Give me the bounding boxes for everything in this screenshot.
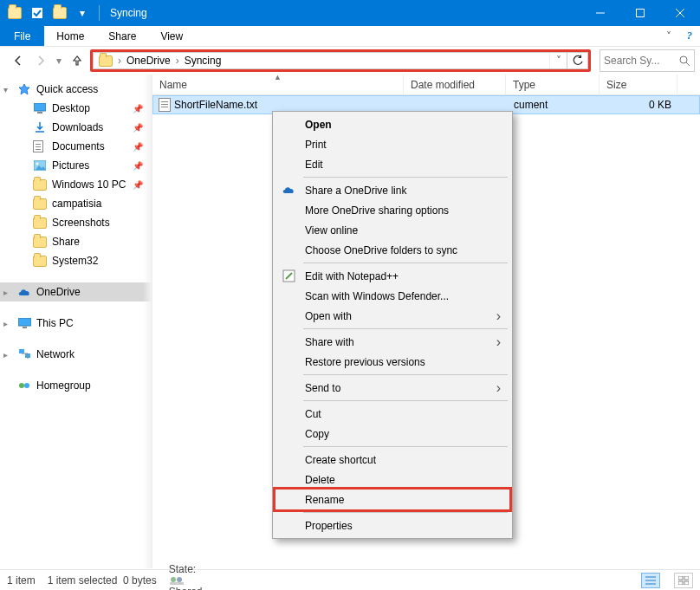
- minimize-button[interactable]: [580, 0, 620, 26]
- crumb-onedrive[interactable]: OneDrive: [123, 53, 174, 68]
- sidebar-win10[interactable]: Windows 10 PC 1 📌: [0, 175, 152, 194]
- ribbon: File Home Share View ˅ ?: [0, 26, 700, 47]
- file-size: 0 KB: [600, 99, 671, 111]
- menu-notepadpp[interactable]: Edit with Notepad++: [275, 266, 509, 286]
- chevron-right-icon[interactable]: ›: [116, 55, 123, 67]
- menu-view-online[interactable]: View online: [275, 220, 509, 240]
- recent-dropdown-icon[interactable]: ▾: [54, 51, 64, 70]
- status-selected-count: 1 item selected 0 bytes: [48, 574, 157, 587]
- onedrive-icon: [281, 183, 296, 198]
- svg-rect-29: [678, 581, 683, 585]
- qat-dropdown-icon[interactable]: ▾: [73, 3, 92, 23]
- help-icon[interactable]: ?: [679, 26, 700, 46]
- menu-separator: [303, 263, 508, 263]
- folder-icon[interactable]: [5, 3, 24, 23]
- menu-rename[interactable]: Rename: [275, 490, 509, 509]
- up-button[interactable]: [68, 51, 87, 70]
- refresh-button[interactable]: [567, 52, 588, 69]
- svg-rect-12: [18, 318, 31, 326]
- close-button[interactable]: [660, 0, 700, 26]
- menu-restore-versions[interactable]: Restore previous versions: [275, 352, 509, 372]
- svg-rect-13: [23, 327, 27, 328]
- menu-delete[interactable]: Delete: [275, 470, 509, 490]
- svg-point-19: [24, 383, 29, 388]
- tab-home[interactable]: Home: [44, 26, 96, 46]
- address-folder-icon[interactable]: [95, 53, 116, 68]
- sidebar-documents[interactable]: Documents 📌: [0, 137, 152, 156]
- chevron-down-icon[interactable]: ▾: [3, 85, 8, 94]
- sidebar-quick-access[interactable]: ▾ Quick access: [0, 80, 152, 99]
- svg-rect-0: [32, 8, 42, 18]
- chevron-right-icon[interactable]: ▸: [3, 319, 8, 328]
- menu-share-onedrive-link[interactable]: Share a OneDrive link: [275, 180, 509, 200]
- thispc-icon: [17, 316, 31, 330]
- col-date[interactable]: Date modified: [404, 75, 506, 94]
- menu-copy[interactable]: Copy: [275, 424, 509, 444]
- sidebar-label: campatisia: [52, 198, 101, 210]
- sidebar-screenshots[interactable]: Screenshots: [0, 213, 152, 232]
- crumb-syncing[interactable]: Syncing: [181, 53, 225, 68]
- sidebar-label: Documents: [52, 140, 105, 152]
- search-placeholder: Search Sy...: [604, 55, 679, 67]
- sidebar-thispc[interactable]: ▸ This PC: [0, 314, 152, 333]
- chevron-right-icon[interactable]: ›: [174, 55, 181, 67]
- menu-properties[interactable]: Properties: [275, 515, 509, 535]
- qat-properties-icon[interactable]: [28, 3, 47, 23]
- menu-print[interactable]: Print: [275, 134, 509, 154]
- address-bar[interactable]: › OneDrive › Syncing ˅: [93, 52, 567, 69]
- tab-share[interactable]: Share: [96, 26, 148, 46]
- back-button[interactable]: [9, 51, 28, 70]
- maximize-button[interactable]: [620, 0, 660, 26]
- menu-open-with[interactable]: Open with›: [275, 306, 509, 326]
- file-type: cument: [507, 99, 600, 111]
- sidebar-label: Network: [36, 348, 75, 360]
- tab-file[interactable]: File: [0, 26, 44, 46]
- menu-send-to[interactable]: Send to›: [275, 378, 509, 398]
- sidebar-desktop[interactable]: Desktop 📌: [0, 99, 152, 118]
- sidebar-campatisia[interactable]: campatisia: [0, 194, 152, 213]
- nav-row: ▾ › OneDrive › Syncing ˅ Search Sy...: [0, 47, 700, 75]
- ribbon-collapse-icon[interactable]: ˅: [658, 26, 679, 46]
- menu-create-shortcut[interactable]: Create shortcut: [275, 450, 509, 470]
- sidebar-label: Windows 10 PC 1: [52, 178, 127, 191]
- col-type[interactable]: Type: [506, 75, 600, 94]
- sidebar-pictures[interactable]: Pictures 📌: [0, 156, 152, 175]
- tab-view[interactable]: View: [148, 26, 195, 46]
- sidebar-system32[interactable]: System32: [0, 251, 152, 270]
- view-details-button[interactable]: [641, 573, 660, 588]
- menu-choose-sync[interactable]: Choose OneDrive folders to sync: [275, 240, 509, 260]
- sidebar-label: Homegroup: [36, 379, 91, 392]
- menu-more-onedrive-sharing[interactable]: More OneDrive sharing options: [275, 200, 509, 220]
- chevron-right-icon[interactable]: ▸: [3, 288, 8, 297]
- view-icons-button[interactable]: [674, 573, 693, 588]
- sidebar-share[interactable]: Share: [0, 232, 152, 251]
- nav-pane: ▾ Quick access Desktop 📌 Downloads 📌 Doc…: [0, 75, 152, 568]
- menu-open[interactable]: Open: [275, 114, 509, 134]
- pin-icon: 📌: [133, 142, 143, 152]
- qat-newfolder-icon[interactable]: [50, 3, 69, 23]
- menu-defender[interactable]: Scan with Windows Defender...: [275, 286, 509, 306]
- address-dropdown-icon[interactable]: ˅: [549, 53, 567, 68]
- sidebar-onedrive[interactable]: ▸ OneDrive: [0, 282, 152, 301]
- onedrive-icon: [17, 285, 31, 299]
- sidebar-label: Screenshots: [52, 217, 110, 229]
- menu-share-with[interactable]: Share with›: [275, 332, 509, 352]
- search-input[interactable]: Search Sy...: [600, 49, 695, 72]
- chevron-right-icon[interactable]: ▸: [3, 350, 8, 360]
- forward-button[interactable]: [31, 51, 50, 70]
- sidebar-label: Downloads: [52, 121, 103, 133]
- status-bar: 1 item 1 item selected 0 bytes State: Sh…: [0, 569, 700, 590]
- sidebar-downloads[interactable]: Downloads 📌: [0, 118, 152, 137]
- menu-cut[interactable]: Cut: [275, 404, 509, 424]
- homegroup-icon: [17, 379, 31, 392]
- folder-icon: [33, 235, 47, 249]
- sidebar-homegroup[interactable]: Homegroup: [0, 376, 152, 395]
- col-size[interactable]: Size: [600, 75, 677, 94]
- folder-icon: [33, 254, 47, 268]
- desktop-icon: [33, 101, 47, 115]
- textfile-icon: [159, 98, 171, 112]
- svg-line-6: [686, 62, 690, 66]
- chevron-right-icon: ›: [496, 334, 501, 350]
- sidebar-network[interactable]: ▸ Network: [0, 345, 152, 364]
- menu-edit[interactable]: Edit: [275, 154, 509, 174]
